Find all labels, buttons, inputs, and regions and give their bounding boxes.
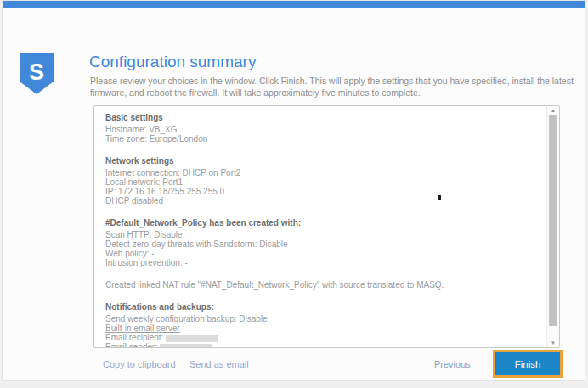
summary-line: Web policy: - bbox=[105, 249, 540, 258]
summary-section-title: Basic settings bbox=[105, 113, 540, 122]
summary-line-text: Scan HTTP: Disable bbox=[105, 230, 183, 239]
summary-line: Intrusion prevention: - bbox=[105, 258, 540, 267]
summary-line-text: IP: 172.16.16.18/255.255.255.0 bbox=[105, 187, 224, 196]
summary-section: #Default_Network_Policy has been created… bbox=[105, 218, 540, 267]
sophos-shield-logo-icon: S bbox=[20, 53, 54, 94]
summary-line: Created linked NAT rule "#NAT_Default_Ne… bbox=[105, 280, 540, 290]
summary-line: Send weekly configuration backup: Disabl… bbox=[105, 314, 540, 323]
previous-link[interactable]: Previous bbox=[434, 359, 471, 369]
copy-to-clipboard-link[interactable]: Copy to clipboard bbox=[103, 359, 176, 369]
summary-line-text: Internet connection: DHCP on Port2 bbox=[105, 168, 240, 177]
summary-line-text: Email recipient: bbox=[105, 333, 163, 342]
summary-line-text: DHCP disabled bbox=[105, 196, 163, 205]
summary-line: IP: 172.16.16.18/255.255.255.0 bbox=[105, 187, 540, 196]
page-title: Configuration summary bbox=[89, 53, 256, 71]
summary-line: Email sender: bbox=[105, 342, 540, 348]
summary-line-text: Detect zero-day threats with Sandstorm: … bbox=[105, 239, 288, 249]
send-as-email-link[interactable]: Send as email bbox=[189, 359, 249, 369]
summary-content: Basic settingsHostname: VB_XGTime zone: … bbox=[105, 113, 540, 348]
cursor-artifact bbox=[438, 195, 441, 200]
summary-section: Basic settingsHostname: VB_XGTime zone: … bbox=[105, 113, 540, 143]
finish-button[interactable]: Finish bbox=[495, 352, 560, 375]
summary-section-title: Notifications and backups: bbox=[105, 302, 540, 312]
setup-wizard-window: S Configuration summary Please review yo… bbox=[2, 0, 585, 381]
summary-line: Scan HTTP: Disable bbox=[105, 230, 540, 239]
summary-line: Internet connection: DHCP on Port2 bbox=[105, 168, 540, 177]
page-description: Please review your choices in the window… bbox=[90, 75, 579, 98]
summary-section-title: #Default_Network_Policy has been created… bbox=[105, 218, 540, 228]
summary-line: Time zone: Europe/London bbox=[105, 134, 540, 143]
summary-line-text: Email sender: bbox=[105, 342, 157, 348]
summary-line-text: Local network: Port1 bbox=[105, 177, 183, 187]
scroll-down-arrow-icon[interactable]: ▼ bbox=[547, 339, 559, 347]
summary-line: Email recipient: bbox=[105, 333, 540, 342]
logo-letter: S bbox=[29, 59, 44, 85]
finish-button-highlight-annotation: Finish bbox=[493, 350, 563, 378]
summary-line-text: Send weekly configuration backup: Disabl… bbox=[105, 314, 268, 323]
summary-line-text: Created linked NAT rule "#NAT_Default_Ne… bbox=[105, 280, 444, 290]
summary-line: Hostname: VB_XG bbox=[105, 125, 540, 134]
summary-link-built-in-email-server[interactable]: Built-in email server bbox=[105, 323, 540, 333]
summary-line-text: Intrusion prevention: - bbox=[105, 258, 188, 267]
summary-line-text: Built-in email server bbox=[105, 323, 180, 333]
configuration-summary-box[interactable]: Basic settingsHostname: VB_XGTime zone: … bbox=[93, 105, 560, 348]
window-top-accent-bar bbox=[3, 1, 585, 8]
scroll-up-arrow-icon[interactable]: ▲ bbox=[547, 106, 559, 115]
summary-line: DHCP disabled bbox=[105, 196, 540, 205]
summary-line-text: Web policy: - bbox=[105, 249, 155, 258]
summary-section-title: Network settings bbox=[105, 156, 540, 166]
summary-section: Created linked NAT rule "#NAT_Default_Ne… bbox=[105, 280, 540, 290]
summary-line: Local network: Port1 bbox=[105, 177, 540, 187]
summary-line-text: Hostname: VB_XG bbox=[105, 125, 177, 134]
scrollbar-thumb[interactable] bbox=[549, 115, 557, 326]
summary-line: Detect zero-day threats with Sandstorm: … bbox=[105, 239, 540, 249]
redacted-value bbox=[160, 344, 212, 348]
redacted-value bbox=[166, 335, 218, 342]
summary-section: Network settingsInternet connection: DHC… bbox=[105, 156, 540, 205]
summary-section: Notifications and backups:Send weekly co… bbox=[105, 302, 540, 348]
summary-scrollbar[interactable]: ▲ ▼ bbox=[546, 106, 559, 347]
summary-line-text: Time zone: Europe/London bbox=[105, 134, 207, 143]
